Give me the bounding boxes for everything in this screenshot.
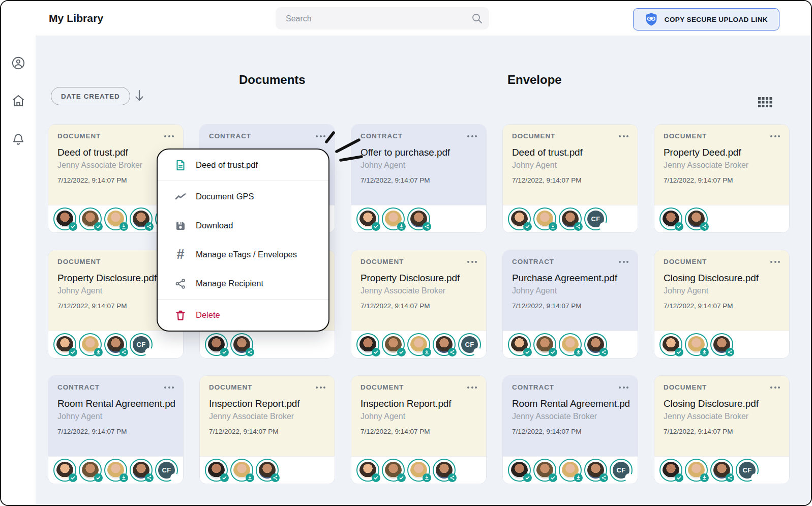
card-menu-button[interactable]	[769, 133, 781, 139]
download-badge-icon	[246, 473, 254, 482]
grid-view-icon[interactable]	[758, 97, 772, 109]
check-badge-icon	[220, 473, 229, 482]
share-badge-icon	[246, 348, 254, 356]
card-title: Inspection Report.pdf	[209, 398, 326, 409]
card-title: Room Rental Agreement.pdf	[57, 398, 175, 409]
menu-item-download[interactable]: Download	[158, 211, 328, 240]
avatar: CF	[610, 459, 633, 482]
share-badge-icon	[599, 348, 608, 356]
avatar	[104, 459, 127, 482]
avatar: CF	[584, 207, 607, 230]
card-author: Johny Agent	[360, 412, 478, 421]
document-card[interactable]: DOCUMENT Inspection Report.pdf Johny Age…	[351, 375, 487, 484]
card-avatars	[200, 331, 335, 358]
card-title: Inspection Report.pdf	[360, 398, 478, 409]
document-card[interactable]: CONTRACT Offer to purchase.pdf Johny Age…	[351, 124, 487, 233]
card-title: Property Deed.pdf	[664, 147, 781, 158]
card-avatars: CF	[48, 331, 183, 358]
card-menu-button[interactable]	[315, 133, 326, 139]
document-card[interactable]: CONTRACT Room Rental Agreement.pdf Johny…	[48, 375, 184, 484]
card-type-label: DOCUMENT	[664, 258, 707, 265]
avatar	[559, 333, 582, 356]
card-avatars: CF	[654, 456, 789, 484]
avatar	[533, 459, 556, 482]
avatar	[256, 459, 279, 482]
card-author: Johny Agent	[512, 286, 629, 295]
card-timestamp: 7/12/2022, 9:14:07 PM	[512, 176, 629, 184]
check-badge-icon	[69, 222, 77, 231]
check-badge-icon	[94, 473, 103, 482]
card-menu-button[interactable]	[618, 259, 629, 265]
card-timestamp: 7/12/2022, 9:14:07 PM	[209, 428, 326, 435]
card-author: Johny Agent	[664, 286, 781, 295]
card-author: Jenny Associate Broker	[512, 412, 629, 421]
card-timestamp: 7/12/2022, 9:14:07 PM	[360, 176, 478, 184]
card-menu-button[interactable]	[466, 259, 478, 265]
card-timestamp: 7/12/2022, 9:14:07 PM	[512, 302, 629, 310]
menu-item-delete[interactable]: Delete	[158, 301, 328, 330]
card-timestamp: 7/12/2022, 9:14:07 PM	[664, 302, 781, 310]
document-card[interactable]: CONTRACT Room Rental Agreement.pdf Jenny…	[502, 375, 638, 484]
card-type-label: DOCUMENT	[57, 258, 101, 265]
check-badge-icon	[675, 222, 683, 231]
search-input[interactable]	[285, 7, 470, 31]
home-icon[interactable]	[11, 94, 25, 108]
document-card[interactable]: DOCUMENT Property Deed.pdf Jenny Associa…	[654, 124, 790, 233]
card-type-label: DOCUMENT	[209, 383, 252, 391]
bell-icon[interactable]	[11, 132, 25, 146]
sort-direction-arrow-icon[interactable]	[133, 89, 145, 102]
card-avatars	[654, 205, 789, 232]
card-title: Deed of trust.pdf	[512, 147, 629, 158]
download-badge-icon	[397, 222, 406, 231]
card-author: Johny Agent	[57, 412, 175, 421]
copy-secure-upload-link-button[interactable]: COPY SECURE UPLOAD LINK	[633, 8, 779, 31]
avatar	[205, 333, 228, 356]
card-menu-button[interactable]	[466, 384, 478, 391]
avatar: CF	[458, 333, 481, 356]
share-badge-icon	[726, 348, 734, 356]
library-content: Documents Envelope DATE CREATED DOCUMENT…	[36, 36, 811, 505]
documents-section-header: Documents	[239, 73, 306, 87]
download-badge-icon	[549, 222, 557, 231]
card-author: Jenny Associate Broker	[664, 412, 781, 421]
menu-item-document-gps[interactable]: Document GPS	[158, 182, 328, 211]
avatar	[659, 333, 682, 356]
card-menu-button[interactable]	[163, 384, 175, 391]
share-badge-icon	[145, 222, 154, 231]
sidebar	[1, 36, 36, 505]
document-card[interactable]: DOCUMENT Closing Disclosure.pdf Johny Ag…	[654, 250, 790, 359]
card-menu-button[interactable]	[618, 133, 629, 139]
document-card[interactable]: DOCUMENT Deed of trust.pdf Johny Agent 7…	[502, 124, 638, 233]
avatar: CF	[130, 333, 153, 356]
download-badge-icon	[700, 473, 709, 482]
card-menu-button[interactable]	[163, 133, 175, 139]
avatar	[584, 333, 607, 356]
card-menu-button[interactable]	[315, 384, 326, 391]
download-badge-icon	[700, 348, 709, 356]
none-badge-icon	[599, 222, 608, 231]
menu-item-manage-etags-envelopes[interactable]: # Manage eTags / Envelopes	[158, 240, 328, 269]
download-badge-icon	[94, 348, 103, 356]
card-menu-button[interactable]	[769, 259, 781, 265]
document-card[interactable]: DOCUMENT Closing Disclosure.pdf Jenny As…	[654, 375, 790, 484]
document-card[interactable]: DOCUMENT Inspection Report.pdf Jenny Ass…	[199, 375, 335, 484]
check-badge-icon	[372, 222, 380, 231]
none-badge-icon	[751, 473, 760, 482]
card-menu-button[interactable]	[618, 384, 629, 391]
menu-item-deed-of-trust-pdf[interactable]: Deed of trust.pdf	[158, 151, 328, 180]
avatar	[382, 459, 405, 482]
card-menu-button[interactable]	[769, 384, 781, 391]
card-author: Jenny Associate Broker	[360, 286, 478, 295]
card-avatars: CF	[48, 456, 183, 484]
avatar	[356, 459, 379, 482]
card-menu-button[interactable]	[466, 133, 478, 139]
document-card[interactable]: CONTRACT Purchase Agreement.pdf Johny Ag…	[502, 250, 638, 359]
card-avatars	[654, 331, 789, 358]
search-icon	[471, 12, 483, 24]
document-card[interactable]: DOCUMENT Property Disclosure.pdf Jenny A…	[351, 250, 487, 359]
menu-item-manage-recipient[interactable]: Manage Recipient	[158, 269, 328, 298]
account-icon[interactable]	[11, 56, 25, 70]
share-badge-icon	[423, 222, 431, 231]
date-created-sort-chip[interactable]: DATE CREATED	[51, 87, 130, 105]
trend-icon	[173, 190, 188, 203]
